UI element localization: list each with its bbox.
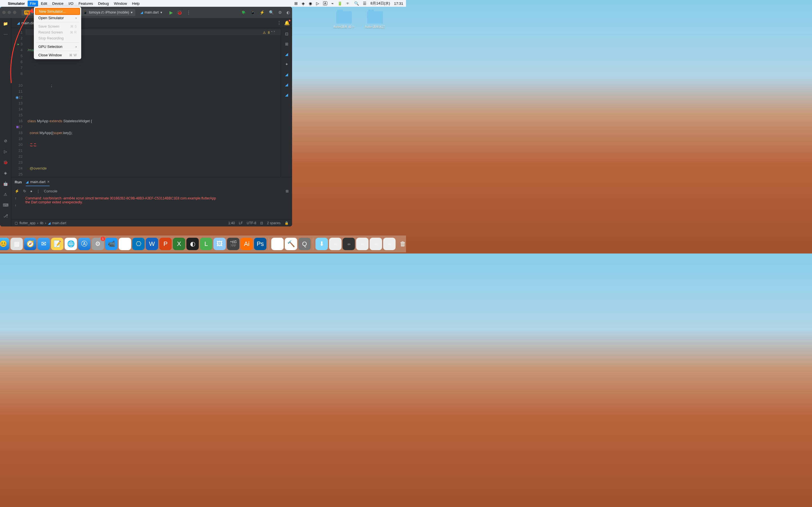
folder-icon[interactable]: 📁 — [3, 21, 8, 26]
flutter-icon-3[interactable]: ◢ — [284, 82, 290, 87]
dock-recent-4[interactable]: ▭ — [370, 238, 382, 250]
dock-slack[interactable]: ✱ — [119, 238, 131, 250]
device-selector[interactable]: 📱 tomoya の iPhone (mobile) ▾ — [80, 9, 135, 16]
diamond-icon[interactable]: ◈ — [3, 170, 8, 176]
traffic-lights[interactable] — [2, 11, 16, 14]
dock-safari[interactable]: 🧭 — [24, 238, 36, 250]
dock-excel[interactable]: X — [173, 238, 185, 250]
wifi-icon[interactable]: ᯤ — [346, 1, 350, 6]
dock-word[interactable]: W — [146, 238, 158, 250]
dock-zoom[interactable]: 📹 — [105, 238, 117, 250]
dock-quicktime[interactable]: Q — [298, 238, 311, 250]
more-icon[interactable]: ⋯ — [3, 32, 8, 37]
flutter-icon-2[interactable]: ◢ — [284, 71, 290, 77]
menu-open-simulator[interactable]: Open Simulator› — [34, 15, 81, 21]
flash-icon[interactable]: ⚡ — [260, 10, 264, 15]
device-icon[interactable]: 📱 — [250, 10, 255, 15]
desktop-folder-1[interactable]: flutter講座 縮小 — [333, 11, 355, 29]
up-icon[interactable]: ↑ — [15, 196, 16, 200]
profile-icon[interactable]: ◐ — [287, 10, 290, 15]
flutter-icon-4[interactable]: ◢ — [284, 92, 290, 98]
settings-icon[interactable]: ⚙ — [278, 10, 282, 15]
close-icon[interactable]: ✕ — [47, 180, 50, 184]
dock-illustrator[interactable]: Ai — [241, 238, 253, 250]
status-icon-3[interactable]: ◉ — [309, 1, 312, 6]
time-label[interactable]: 17:31 — [394, 1, 403, 6]
dock-vscode[interactable]: ⎔ — [132, 238, 145, 250]
status-icon-1[interactable]: ⊞ — [294, 1, 298, 6]
breadcrumb[interactable]: ▢ flutter_app› lib› ◢ main.dart — [15, 221, 66, 225]
date-label[interactable]: 8月14日(水) — [370, 1, 390, 6]
menu-new-simulator[interactable]: New Simulator... — [35, 8, 80, 15]
circle-icon[interactable]: ● — [30, 189, 33, 193]
readonly-icon[interactable]: ⊡ — [260, 221, 263, 225]
minimize-dot[interactable] — [8, 11, 11, 14]
warning-icon[interactable]: ⚠ — [3, 191, 8, 197]
notifications-icon[interactable]: 🔔 — [284, 20, 290, 25]
dock-figma[interactable]: ◐ — [186, 238, 199, 250]
menu-window[interactable]: Window — [114, 1, 127, 6]
dock-xcode[interactable]: 🔨 — [285, 238, 297, 250]
search-icon[interactable]: 🔍 — [354, 1, 359, 6]
app-name[interactable]: Simulator — [8, 1, 25, 6]
tool-icon-1[interactable]: ⊡ — [284, 31, 290, 37]
menu-features[interactable]: Features — [79, 1, 93, 6]
tool-icon-2[interactable]: ⊞ — [284, 41, 290, 47]
dock-preview[interactable]: 🖼 — [213, 238, 226, 250]
dock-powerpoint[interactable]: P — [159, 238, 172, 250]
flash-icon[interactable]: ⚡ — [15, 189, 19, 193]
dock-notes[interactable]: 📝 — [51, 238, 63, 250]
warnings-badge[interactable]: ⚠ 8 ˄ ˅ — [263, 30, 275, 36]
run-tab[interactable]: Run — [15, 180, 22, 184]
cursor-position[interactable]: 1:40 — [229, 221, 235, 225]
dock-recent-5[interactable]: ▭ — [383, 238, 396, 250]
line-ending[interactable]: LF — [239, 221, 243, 225]
play-icon[interactable]: ▷ — [3, 149, 8, 154]
dock-mail[interactable]: ✉ — [38, 238, 50, 250]
layout-icon[interactable]: ⊞ — [286, 189, 289, 193]
search-icon[interactable]: 🔍 — [269, 10, 274, 15]
git-icon[interactable]: ⎇ — [3, 213, 8, 219]
dock-settings[interactable]: ⚙1 — [92, 238, 104, 250]
close-dot[interactable] — [2, 11, 6, 14]
flutter-icon[interactable]: ◢ — [284, 51, 290, 57]
dock-line[interactable]: L — [200, 238, 212, 250]
dock-androidstudio[interactable]: ▲ — [271, 238, 284, 250]
status-icon-2[interactable]: ◈ — [302, 1, 305, 6]
play-icon[interactable]: ▷ — [316, 1, 319, 6]
menu-file[interactable]: File — [28, 1, 38, 6]
maximize-dot[interactable] — [13, 11, 16, 14]
dock-launchpad[interactable]: ▦ — [10, 238, 23, 250]
dock-appstore[interactable]: Ⓐ — [78, 238, 91, 250]
sparkle-icon[interactable]: ✦ — [284, 61, 290, 67]
debug-button[interactable]: 🐞 — [177, 10, 183, 15]
indent[interactable]: 2 spaces — [267, 221, 281, 225]
menu-gpu-selection[interactable]: GPU Selection› — [34, 44, 81, 50]
menu-debug[interactable]: Debug — [98, 1, 109, 6]
debug-icon[interactable]: 🪲 — [241, 10, 246, 15]
bluetooth-icon[interactable]: ⌁ — [331, 1, 334, 6]
more-button[interactable]: ⋮ — [186, 10, 191, 15]
no-icon[interactable]: ⊘ — [3, 138, 8, 144]
terminal-icon[interactable]: ⌨ — [3, 202, 8, 208]
console-output[interactable]: ↑ ↓ Command: /usr/bin/arch -arm64e xcrun… — [11, 195, 292, 219]
dock-recent-3[interactable]: ▭ — [356, 238, 368, 250]
menu-close-window[interactable]: Close Window⌘ W — [34, 52, 81, 58]
control-center-icon[interactable]: ☰ — [363, 1, 366, 6]
menu-edit[interactable]: Edit — [41, 1, 47, 6]
dock-photoshop[interactable]: Ps — [254, 238, 266, 250]
lock-icon[interactable]: 🔒 — [285, 221, 289, 225]
reload-icon[interactable]: ↻ — [23, 189, 26, 193]
dock-downloads[interactable]: ⬇ — [315, 238, 328, 250]
dock-finder[interactable]: 😊 — [0, 238, 9, 250]
encoding[interactable]: UTF-8 — [247, 221, 256, 225]
robot-icon[interactable]: 🤖 — [3, 181, 8, 186]
dock-recent-1[interactable]: ▭ — [329, 238, 342, 250]
desktop-folder-2[interactable]: flutter講座改訂 — [364, 11, 386, 29]
input-source[interactable]: A — [323, 1, 327, 5]
menu-device[interactable]: Device — [52, 1, 63, 6]
battery-icon[interactable]: 🔋 — [338, 1, 342, 6]
menu-help[interactable]: Help — [132, 1, 140, 6]
dock-trash[interactable]: 🗑 — [397, 238, 406, 250]
more-icon[interactable]: ⋮ — [36, 189, 40, 193]
